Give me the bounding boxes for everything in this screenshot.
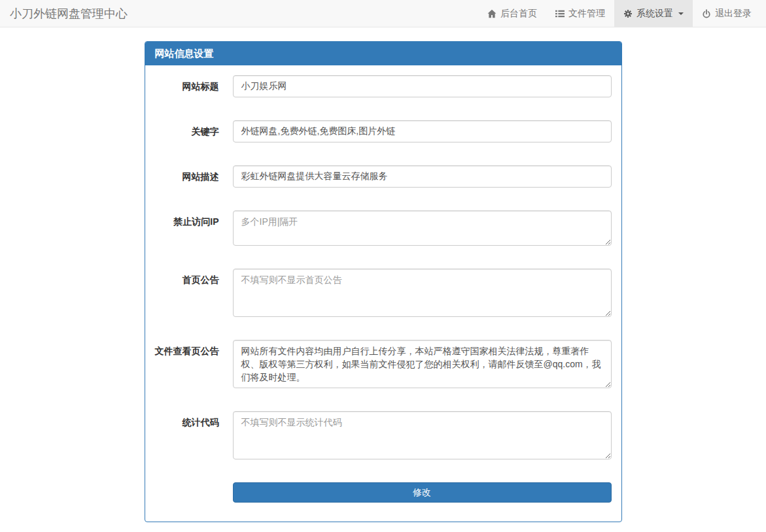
field-label: 统计代码 <box>155 411 219 459</box>
submit-button[interactable]: 修改 <box>233 482 612 503</box>
navbar-menu: 后台首页 文件管理 <box>478 0 761 27</box>
keywords-input[interactable] <box>233 120 612 142</box>
field-label: 网站标题 <box>155 75 219 97</box>
nav-item-label: 后台首页 <box>500 8 537 20</box>
nav-item-backend-home[interactable]: 后台首页 <box>478 0 546 27</box>
field-label: 首页公告 <box>155 269 219 317</box>
field-label: 禁止访问IP <box>155 210 219 246</box>
app-title: 小刀外链网盘管理中心 <box>0 0 137 27</box>
form-row-homepage-notice: 首页公告 <box>155 269 612 317</box>
list-icon <box>555 9 565 18</box>
gear-icon <box>623 9 633 18</box>
form-row-banned-ip: 禁止访问IP <box>155 210 612 246</box>
form-row-site-description: 网站描述 <box>155 165 612 188</box>
site-info-settings-panel: 网站信息设置 网站标题 关键字 网站描述 禁止访问IP <box>145 41 622 522</box>
nav-item-logout[interactable]: 退出登录 <box>693 0 761 27</box>
settings-form: 网站标题 关键字 网站描述 禁止访问IP 首页公告 <box>145 65 621 522</box>
form-row-keywords: 关键字 <box>155 120 612 142</box>
field-label: 关键字 <box>155 120 219 142</box>
form-row-submit: 修改 <box>155 482 612 503</box>
nav-item-label: 系统设置 <box>636 8 673 20</box>
form-row-file-view-notice: 文件查看页公告 网站所有文件内容均由用户自行上传分享，本站严格遵守国家相关法律法… <box>155 340 612 388</box>
banned-ip-textarea[interactable] <box>233 210 612 246</box>
homepage-notice-textarea[interactable] <box>233 269 612 317</box>
panel-title: 网站信息设置 <box>145 42 621 65</box>
field-label: 网站描述 <box>155 165 219 188</box>
power-icon <box>702 9 711 18</box>
site-title-input[interactable] <box>233 75 612 97</box>
nav-item-system-settings[interactable]: 系统设置 <box>614 0 693 27</box>
site-description-input[interactable] <box>233 165 612 188</box>
field-label: 文件查看页公告 <box>155 340 219 388</box>
home-icon <box>487 9 496 18</box>
nav-item-label: 文件管理 <box>568 8 605 20</box>
form-row-stats-code: 统计代码 <box>155 411 612 459</box>
top-navbar: 小刀外链网盘管理中心 后台首页 文件管理 <box>0 0 766 27</box>
stats-code-textarea[interactable] <box>233 411 612 459</box>
form-row-site-title: 网站标题 <box>155 75 612 97</box>
chevron-down-icon <box>678 12 684 15</box>
file-view-notice-textarea[interactable]: 网站所有文件内容均由用户自行上传分享，本站严格遵守国家相关法律法规，尊重著作权、… <box>233 340 612 388</box>
nav-item-label: 退出登录 <box>715 8 752 20</box>
nav-item-file-management[interactable]: 文件管理 <box>546 0 614 27</box>
